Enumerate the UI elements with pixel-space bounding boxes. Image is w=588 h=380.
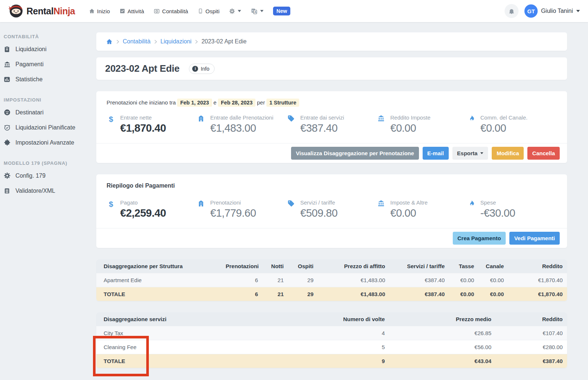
bell-icon: [508, 8, 515, 15]
sidebar-section-modello-179: MODELLO 179 (SPAGNA) Config. 179 Validat…: [3, 160, 89, 198]
nav-item-ospiti[interactable]: Ospiti: [198, 8, 219, 14]
payments-stats-row: $ Pagato€2,259.40 Prenotazioni€1,779.60 …: [107, 199, 557, 223]
stat-entrate-nette: $ Entrate nette€1,870.40: [107, 114, 197, 134]
info-icon: i: [192, 66, 198, 72]
bookings-stats-row: $ Entrate nette€1,870.40 Entrate dalle P…: [107, 114, 557, 138]
breadcrumb-home-icon[interactable]: [106, 38, 113, 45]
sidebar: CONTABILITÀ Liquidazioni Pagamenti Stati…: [0, 22, 92, 209]
topbar: RentalNinja Inizio Attività Contabilità …: [0, 0, 588, 22]
structure-table: Disaggregazione per Struttura Prenotazio…: [96, 259, 567, 301]
bookings-summary-card: Prenotazioni che iniziano traFeb 1, 2023…: [96, 91, 567, 163]
page-title: 2023-02 Apt Edie: [105, 63, 179, 74]
edit-button[interactable]: Modifica: [492, 147, 524, 160]
payments-actions: Crea Pagamento Vedi Pagamenti: [96, 228, 567, 248]
nav-item-contabilita[interactable]: Contabilità: [154, 8, 188, 14]
sidebar-item-statistiche[interactable]: Statistiche: [3, 72, 89, 87]
table-row: City Tax 4 €26.85 €107.40: [96, 326, 567, 340]
view-payments-button[interactable]: Vedi Pagamenti: [509, 232, 560, 245]
breadcrumb: Contabilità Liquidazioni 2023-02 Apt Edi…: [96, 32, 567, 51]
stat-spese: Spese-€30.00: [467, 199, 557, 219]
brand-name: RentalNinja: [26, 6, 75, 17]
tag-icon: [287, 199, 295, 219]
home-icon: [89, 8, 95, 14]
sidebar-item-impostazioni-avanzate[interactable]: Impostazioni Avanzate: [3, 135, 89, 150]
payments-summary-card: Riepilogo dei Pagamenti $ Pagato€2,259.4…: [96, 174, 567, 248]
stat-imposte-altre: Imposte & Altre€0.00: [377, 199, 467, 219]
user-name: Giulio Tanini: [541, 8, 573, 14]
building-icon: [197, 199, 205, 219]
bookings-intro: Prenotazioni che iniziano traFeb 1, 2023…: [107, 99, 557, 106]
table-total-row: TOTALE 9 €43.04 €387.40: [96, 354, 567, 368]
view-breakdown-button[interactable]: Visualizza Disaggregazione per Prenotazi…: [291, 147, 419, 160]
info-button[interactable]: i Info: [189, 64, 214, 74]
tag-icon: [287, 114, 295, 134]
recipients-icon: [3, 109, 11, 116]
table-row: Apartment Edie 6 21 29 €1,483.00 €387.40…: [96, 273, 567, 287]
stat-entrate-servizi: Entrate dai servizi€387.40: [287, 114, 377, 134]
chart-icon: [3, 76, 11, 83]
stat-entrate-prenotazioni: Entrate dalle Prenotazioni€1,483.00: [197, 114, 287, 134]
sidebar-section-impostazioni: IMPOSTAZIONI Destinatari Liquidazioni Pi…: [3, 97, 89, 150]
settings-dropdown[interactable]: [229, 8, 241, 14]
sidebar-item-validatore-xml[interactable]: Validatore/XML: [3, 183, 89, 198]
notifications-button[interactable]: [505, 4, 519, 18]
brand-logo[interactable]: RentalNinja: [8, 3, 75, 19]
flame-icon: [467, 114, 476, 134]
table-row: Cleaning Fee 5 €56.00 €280.00: [96, 340, 567, 354]
email-button[interactable]: E-mail: [423, 147, 449, 160]
delete-button[interactable]: Cancella: [527, 147, 560, 160]
sidebar-item-liquidazioni[interactable]: Liquidazioni: [3, 42, 89, 57]
chevron-separator-icon: [116, 40, 119, 44]
sidebar-item-liquidazioni-pianificate[interactable]: Liquidazioni Pianificate: [3, 120, 89, 135]
breadcrumb-link-contabilita[interactable]: Contabilità: [123, 38, 151, 45]
table-total-row: TOTALE 6 21 29 €1,483.00 €387.40 €0.00 €…: [96, 287, 567, 301]
svg-text:A: A: [254, 10, 257, 14]
language-icon: a A: [251, 8, 258, 15]
language-dropdown[interactable]: a A: [251, 8, 263, 15]
breadcrumb-link-liquidazioni[interactable]: Liquidazioni: [161, 38, 192, 45]
chevron-down-icon: [576, 10, 580, 12]
bank-icon: [377, 199, 386, 219]
puzzle-icon: [3, 139, 11, 146]
building-icon: [197, 114, 205, 134]
structure-table-card: Disaggregazione per Struttura Prenotazio…: [96, 259, 567, 301]
ninja-logo-icon: [8, 3, 24, 19]
services-table-header-row: Disaggregazione servizi Numero di volte …: [96, 312, 567, 326]
sidebar-section-title: CONTABILITÀ: [3, 34, 89, 39]
chevron-down-icon: [238, 10, 241, 12]
date-start-chip: Feb 1, 2023: [177, 99, 212, 107]
nav-item-inizio[interactable]: Inizio: [89, 8, 110, 14]
services-table-card: Disaggregazione servizi Numero di volte …: [96, 312, 567, 368]
user-menu[interactable]: GT Giulio Tanini: [524, 4, 580, 18]
sidebar-item-pagamenti[interactable]: Pagamenti: [3, 57, 89, 72]
sidebar-item-config-179[interactable]: Config. 179: [3, 168, 89, 183]
dollar-icon: $: [107, 114, 115, 134]
scope-chip: 1 Strutture: [266, 99, 299, 107]
create-payment-button[interactable]: Crea Pagamento: [453, 232, 506, 245]
structure-table-header-row: Disaggregazione per Struttura Prenotazio…: [96, 259, 567, 273]
date-end-chip: Feb 28, 2023: [218, 99, 255, 107]
breadcrumb-current: 2023-02 Apt Edie: [201, 38, 247, 45]
chevron-separator-icon: [195, 40, 198, 44]
stat-comm-canale: Comm. del Canale.€0.00: [467, 114, 557, 134]
topbar-right: GT Giulio Tanini: [505, 4, 580, 18]
chevron-separator-icon: [154, 40, 157, 44]
export-button[interactable]: Esporta: [452, 147, 488, 160]
bank-icon: [377, 114, 386, 134]
dollar-icon: $: [107, 199, 115, 219]
accounting-icon: [154, 8, 160, 14]
bookings-actions: Visualizza Disaggregazione per Prenotazi…: [96, 143, 567, 163]
guests-icon: [198, 8, 203, 14]
new-button[interactable]: New: [273, 7, 290, 15]
avatar: GT: [524, 4, 538, 18]
document-icon: [3, 188, 11, 194]
sidebar-section-title: MODELLO 179 (SPAGNA): [3, 160, 89, 166]
services-table: Disaggregazione servizi Numero di volte …: [96, 312, 567, 368]
chevron-down-icon: [260, 10, 263, 12]
gear-icon: [3, 172, 11, 179]
nav-item-attivita[interactable]: Attività: [119, 8, 144, 14]
stat-prenotazioni-pagate: Prenotazioni€1,779.60: [197, 199, 287, 219]
gear-icon: [229, 8, 235, 14]
tasks-icon: [119, 8, 125, 14]
sidebar-item-destinatari[interactable]: Destinatari: [3, 105, 89, 120]
